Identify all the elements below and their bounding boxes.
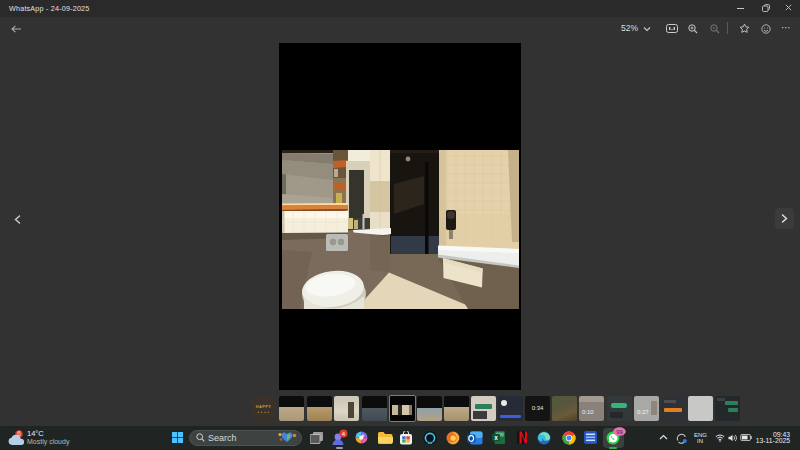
svg-text:x: x xyxy=(494,433,498,440)
svg-text:99: 99 xyxy=(616,428,623,434)
